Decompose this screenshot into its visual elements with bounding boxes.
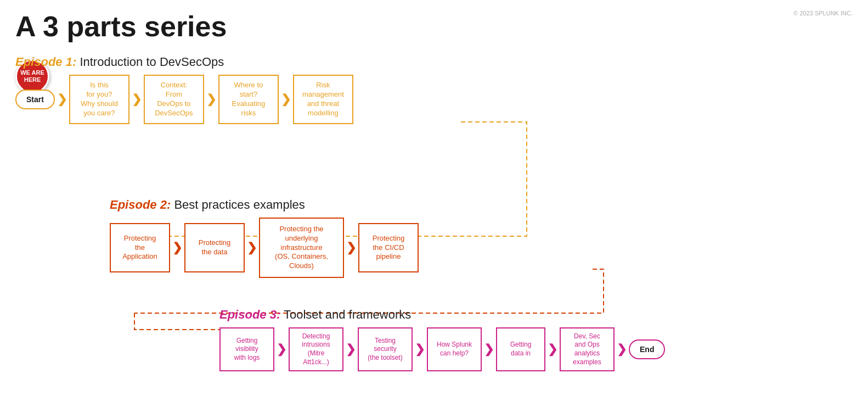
- episode3-label: Episode 3: Toolset and frameworks: [219, 308, 411, 321]
- ep1-box-0: Is this for you? Why should you care?: [69, 75, 129, 124]
- episode2-section: Episode 2: Best practices examples Prote…: [110, 198, 419, 278]
- ep1-box-3: Risk management and threat modelling: [293, 75, 353, 124]
- ep3-arrow-2: ❯: [415, 342, 425, 357]
- ep1-arrow-3: ❯: [281, 92, 291, 107]
- ep2-box-0: Protecting the Application: [110, 223, 170, 272]
- ep3-arrow-1: ❯: [346, 342, 356, 357]
- start-pill: Start: [15, 90, 55, 109]
- ep1-arrow-1: ❯: [132, 92, 142, 107]
- ep3-box-5: Dev, Sec and Ops analytics examples: [560, 327, 615, 371]
- ep3-box-4: Getting data in: [496, 327, 545, 371]
- episode2-label: Episode 2: Best practices examples: [110, 198, 305, 211]
- ep3-arrow-5: ❯: [617, 342, 627, 357]
- ep2-box-2: Protecting the underlying infrastructure…: [259, 218, 344, 278]
- ep2-arrow-1: ❯: [247, 241, 257, 255]
- copyright: © 2023 SPLUNK INC.: [793, 10, 853, 16]
- ep3-arrow-4: ❯: [548, 342, 557, 357]
- ep1-arrow-0: ❯: [57, 92, 67, 107]
- ep1-arrow-2: ❯: [206, 92, 216, 107]
- ep1-box-1: Context: From DevOps to DevSecOps: [144, 75, 204, 124]
- ep3-box-1: Detecting intrusions (Mitre Att1ck...): [289, 327, 343, 371]
- ep3-box-3: How Splunk can help?: [427, 327, 482, 371]
- ep2-arrow-0: ❯: [172, 241, 182, 255]
- end-pill: End: [629, 339, 665, 359]
- episode3-flow: Getting visibility with logs ❯ Detecting…: [219, 327, 665, 371]
- episode1-label: Episode 1: Introduction to DevSecOps: [15, 55, 224, 69]
- episode1-section: Episode 1: Introduction to DevSecOps Sta…: [15, 55, 353, 124]
- ep3-box-2: Testing security (the toolset): [358, 327, 413, 371]
- episode3-section: Episode 3: Toolset and frameworks Gettin…: [219, 308, 665, 371]
- ep2-box-3: Protecting the CI/CD pipeline: [358, 223, 419, 272]
- episode1-flow: Start ❯ Is this for you? Why should you …: [15, 75, 353, 124]
- ep1-box-2: Where to start? Evaluating risks: [218, 75, 279, 124]
- ep2-box-1: Protecting the data: [184, 223, 245, 272]
- page-title: A 3 parts series: [15, 10, 227, 43]
- ep3-arrow-0: ❯: [277, 342, 286, 357]
- ep3-arrow-3: ❯: [484, 342, 494, 357]
- ep3-box-0: Getting visibility with logs: [219, 327, 274, 371]
- episode2-flow: Protecting the Application ❯ Protecting …: [110, 218, 419, 278]
- ep2-arrow-2: ❯: [346, 241, 356, 255]
